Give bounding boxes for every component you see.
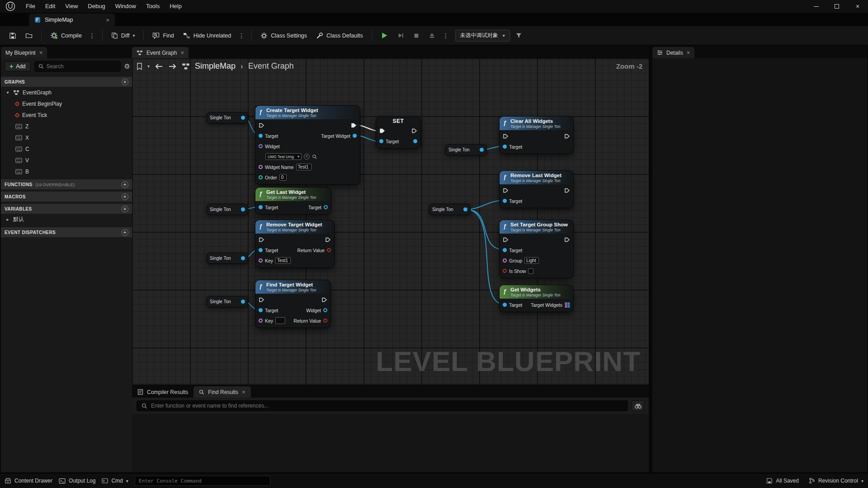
group-input[interactable] (524, 257, 539, 264)
unreal-logo-icon[interactable] (0, 1, 21, 11)
close-icon[interactable]: × (180, 50, 184, 56)
node-single-ton[interactable]: Single Ton (429, 204, 471, 215)
map-pin-icon[interactable] (565, 302, 570, 308)
console-command-input[interactable] (135, 476, 270, 486)
exec-in-pin[interactable] (259, 122, 264, 128)
frame-skip-button[interactable] (394, 29, 408, 42)
breadcrumb-current[interactable]: Event Graph (248, 61, 294, 71)
target-out-pin[interactable] (324, 205, 328, 209)
hide-unrelated-button[interactable]: Hide Unrelated (179, 29, 235, 42)
output-pin[interactable] (413, 139, 417, 143)
node-single-ton[interactable]: Single Ton (207, 204, 248, 215)
menu-file[interactable]: File (21, 0, 40, 13)
add-button[interactable]: + Add (5, 61, 31, 71)
find-results-list[interactable] (132, 414, 649, 472)
menu-view[interactable]: View (60, 0, 83, 13)
order-pin[interactable] (259, 175, 263, 179)
expander-icon[interactable]: ▸ (5, 217, 10, 222)
exec-out-pin[interactable] (325, 237, 331, 243)
key-input[interactable] (275, 257, 291, 264)
output-log-button[interactable]: Output Log (59, 478, 95, 484)
node-get-widgets[interactable]: ƒ Get Widgets Target is Manager Single T… (499, 285, 574, 312)
back-arrow-icon[interactable] (155, 63, 163, 70)
widget-out-pin[interactable] (323, 308, 327, 312)
tab-compiler-results[interactable]: Compiler Results (132, 386, 193, 398)
tree-item-input-x[interactable]: X (1, 132, 132, 143)
browse-asset-button[interactable] (22, 29, 36, 42)
panel-settings-gear-icon[interactable]: ⚙ (124, 62, 130, 70)
node-single-ton[interactable]: Single Ton (445, 144, 487, 155)
section-event-dispatchers[interactable]: EVENT DISPATCHERS + (1, 227, 132, 237)
add-event-dispatcher-icon[interactable]: + (122, 229, 128, 236)
target-pin[interactable] (503, 199, 507, 203)
exec-out-pin[interactable] (564, 133, 570, 139)
node-create-target-widget[interactable]: ƒ Create Target Widget Target is Manager… (255, 105, 360, 185)
exec-in-pin[interactable] (379, 128, 385, 134)
target-pin[interactable] (379, 139, 383, 143)
return-value-pin[interactable] (480, 148, 484, 152)
diff-button[interactable]: Diff ▾ (108, 29, 139, 42)
exec-in-pin[interactable] (503, 133, 509, 139)
close-icon[interactable]: × (242, 389, 245, 395)
widget-name-input[interactable] (296, 164, 311, 170)
section-functions[interactable]: FUNCTIONS (19 OVERRIDABLE) + (1, 179, 132, 189)
exec-out-pin[interactable] (564, 188, 570, 193)
tree-item-variable-category-default[interactable]: ▸ 默认 (1, 214, 132, 225)
save-button[interactable] (5, 29, 20, 42)
close-icon[interactable]: × (687, 50, 690, 56)
exec-out-pin[interactable] (411, 128, 417, 134)
revision-control-button[interactable]: Revision Control ▾ (809, 478, 863, 484)
all-saved-indicator[interactable]: All Saved (766, 478, 799, 484)
tab-simplemap[interactable]: SimpleMap × (29, 14, 115, 26)
target-pin[interactable] (259, 134, 263, 138)
menu-window[interactable]: Window (110, 0, 141, 13)
compile-button[interactable]: Compile (47, 29, 85, 42)
key-pin[interactable] (259, 319, 263, 323)
node-single-ton[interactable]: Single Ton (207, 112, 248, 123)
find-references-input[interactable] (151, 403, 623, 409)
close-icon[interactable]: × (39, 50, 43, 56)
expander-icon[interactable]: ▾ (5, 90, 10, 95)
debug-object-dropdown[interactable]: 未选中调试对象 ▾ (455, 30, 510, 42)
node-remove-target-widget[interactable]: ƒ Remove Target Widget Target is Manager… (255, 220, 335, 268)
section-graphs[interactable]: GRAPHS + (1, 77, 132, 87)
target-pin[interactable] (259, 308, 263, 312)
is-show-pin[interactable] (503, 269, 507, 273)
stop-button[interactable] (410, 30, 423, 42)
use-selected-asset-icon[interactable]: + (304, 154, 310, 160)
tree-item-input-b[interactable]: B (1, 166, 132, 177)
bookmark-icon[interactable] (137, 63, 142, 70)
forward-arrow-icon[interactable] (168, 63, 177, 70)
hide-unrelated-options-kebab-icon[interactable]: ⋮ (236, 32, 246, 39)
node-find-target-widget[interactable]: ƒ Find Target Widget Target is Manager S… (255, 280, 331, 328)
class-defaults-button[interactable]: Class Defaults (312, 29, 367, 42)
key-input[interactable] (275, 317, 285, 324)
add-variable-icon[interactable]: + (122, 206, 128, 212)
exec-in-pin[interactable] (503, 237, 509, 243)
order-input[interactable] (279, 174, 287, 181)
cmd-dropdown[interactable]: Cmd ▾ (102, 478, 128, 484)
add-macro-icon[interactable]: + (122, 193, 128, 200)
tree-item-input-v[interactable]: V (1, 155, 132, 166)
return-value-pin[interactable] (241, 207, 245, 211)
exec-in-pin[interactable] (503, 188, 509, 193)
tree-item-eventgraph[interactable]: ▾ EventGraph (1, 87, 132, 98)
return-value-pin[interactable] (327, 248, 331, 252)
key-pin[interactable] (259, 258, 263, 263)
tree-item-event-tick[interactable]: Event Tick (1, 109, 132, 121)
tab-my-blueprint[interactable]: My Blueprint × (1, 47, 47, 58)
tab-find-results[interactable]: Find Results × (193, 386, 250, 398)
exec-in-pin[interactable] (259, 297, 264, 303)
play-options-kebab-icon[interactable]: ⋮ (441, 32, 451, 39)
node-set-variable[interactable]: SET Target (376, 116, 421, 149)
return-value-pin[interactable] (241, 300, 245, 304)
target-pin[interactable] (503, 303, 507, 307)
find-button[interactable]: Find (149, 29, 177, 42)
graph-canvas[interactable]: ▾ SimpleMap › Event Graph Zoom -2 LEVEL … (132, 58, 649, 385)
widget-class-pin[interactable] (259, 144, 263, 148)
tree-item-input-c[interactable]: C (1, 143, 132, 155)
maximize-button[interactable] (826, 0, 847, 13)
node-set-target-group-show[interactable]: ƒ Set Target Group Show Target is Manage… (499, 220, 574, 278)
find-in-all-blueprints-button[interactable] (632, 400, 644, 411)
tab-details[interactable]: Details × (652, 47, 694, 58)
